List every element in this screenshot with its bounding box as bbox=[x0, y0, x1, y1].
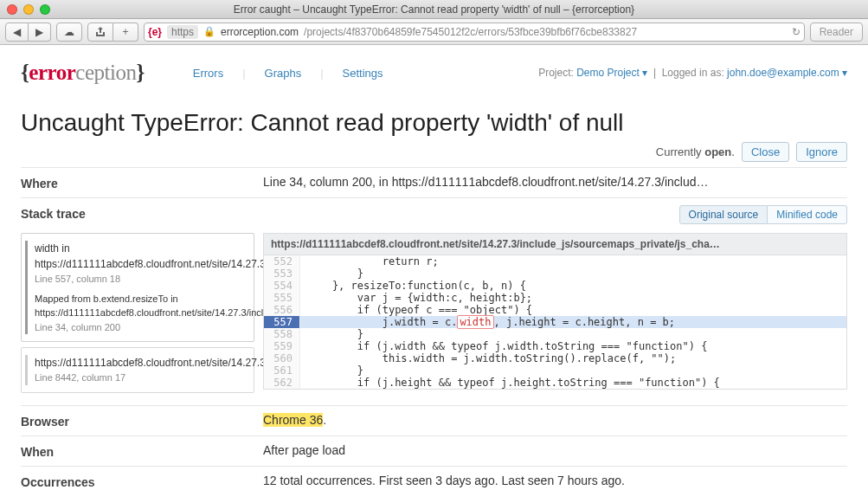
where-row: Where Line 34, column 200, in https://d1… bbox=[21, 167, 847, 197]
code-line: 558 } bbox=[264, 328, 846, 340]
error-title: Uncaught TypeError: Cannot read property… bbox=[21, 109, 847, 137]
code-line: 562 if (j.height && typeof j.height.toSt… bbox=[264, 377, 846, 389]
url-host: errorception.com bbox=[221, 26, 299, 38]
window-minimize-button[interactable] bbox=[23, 4, 34, 15]
code-line: 554 }, resizeTo:function(c, b, n) { bbox=[264, 280, 846, 292]
site-header: {errorception} Errors| Graphs| Settings … bbox=[0, 45, 868, 95]
content: Uncaught TypeError: Cannot read property… bbox=[0, 95, 868, 490]
code-line: 553 } bbox=[264, 268, 846, 280]
browser-row: Browser Chrome 36. bbox=[21, 405, 847, 435]
tab-original-source[interactable]: Original source bbox=[679, 205, 768, 224]
code-line: 557 j.width = c.width, j.height = c.heig… bbox=[264, 316, 846, 328]
back-button[interactable]: ◀ bbox=[5, 23, 29, 42]
scheme-badge: https bbox=[167, 25, 198, 39]
source-tabs: Original source Minified code bbox=[263, 205, 847, 224]
stack-row: Stack trace Original source Minified cod… bbox=[21, 197, 847, 405]
stack-frame[interactable]: https://d111111abcdef8.cloudfront.net/si… bbox=[21, 347, 254, 393]
browser-label: Browser bbox=[21, 413, 263, 429]
window-zoom-button[interactable] bbox=[40, 4, 50, 15]
close-button[interactable]: Close bbox=[742, 142, 789, 162]
code-line: 556 if (typeof c === "object") { bbox=[264, 304, 846, 316]
code-line: 560 this.width = j.width.toString().repl… bbox=[264, 352, 846, 364]
code-line: 552 return r; bbox=[264, 255, 846, 268]
source-path: https://d111111abcdef8.cloudfront.net/si… bbox=[263, 233, 847, 255]
occurrences-value: 12 total occurrences. First seen 3 days … bbox=[263, 474, 847, 487]
address-bar[interactable]: {e} https 🔒 errorception.com/projects/4f… bbox=[144, 23, 805, 42]
add-button[interactable]: ＋ bbox=[113, 23, 138, 42]
icloud-button[interactable]: ☁ bbox=[56, 23, 82, 42]
ignore-button[interactable]: Ignore bbox=[796, 142, 847, 162]
window-close-button[interactable] bbox=[7, 4, 17, 15]
where-label: Where bbox=[21, 175, 263, 190]
source-panel: https://d111111abcdef8.cloudfront.net/si… bbox=[263, 233, 847, 398]
when-value: After page load bbox=[263, 443, 847, 457]
when-label: When bbox=[21, 443, 263, 459]
where-value: Line 34, column 200, in https://d111111a… bbox=[263, 175, 847, 189]
header-right: Project: Demo Project ▾ | Logged in as: … bbox=[538, 67, 847, 79]
nav-settings[interactable]: Settings bbox=[329, 67, 397, 80]
favicon-icon: {e} bbox=[148, 26, 162, 38]
logo[interactable]: {errorception} bbox=[21, 61, 145, 85]
project-switcher[interactable]: Demo Project ▾ bbox=[576, 67, 647, 79]
status-row: Currently open. Close Ignore bbox=[21, 142, 847, 162]
user-menu[interactable]: john.doe@example.com ▾ bbox=[727, 67, 847, 79]
code-line: 561 } bbox=[264, 364, 846, 377]
occurrences-label: Occurrences bbox=[21, 474, 263, 489]
window-titlebar: Error caught – Uncaught TypeError: Canno… bbox=[0, 0, 868, 19]
occurrences-row: Occurrences 12 total occurrences. First … bbox=[21, 466, 847, 491]
lock-icon: 🔒 bbox=[203, 26, 215, 37]
code-line: 555 var j = {width:c, height:b}; bbox=[264, 292, 846, 304]
reload-icon[interactable]: ↻ bbox=[792, 26, 800, 38]
stack-frame[interactable]: width in https://d111111abcdef8.cloudfro… bbox=[21, 233, 254, 342]
stack-frames: width in https://d111111abcdef8.cloudfro… bbox=[21, 233, 254, 398]
nav-graphs[interactable]: Graphs bbox=[251, 67, 316, 80]
code-line: 559 if (j.width && typeof j.width.toStri… bbox=[264, 340, 846, 352]
forward-button[interactable]: ▶ bbox=[29, 23, 51, 42]
source-code[interactable]: 552 return r;553 }554 }, resizeTo:functi… bbox=[263, 255, 847, 390]
window-title: Error caught – Uncaught TypeError: Canno… bbox=[0, 3, 868, 16]
when-row: When After page load bbox=[21, 435, 847, 466]
nav-errors[interactable]: Errors bbox=[179, 67, 237, 80]
browser-value: Chrome 36. bbox=[263, 413, 847, 427]
browser-toolbar: ◀ ▶ ☁ ＋ {e} https 🔒 errorception.com/pro… bbox=[0, 19, 868, 45]
url-path: /projects/4f8370b64859fe7545012f2c/error… bbox=[304, 26, 637, 38]
main-nav: Errors| Graphs| Settings bbox=[179, 67, 397, 80]
reader-button[interactable]: Reader bbox=[810, 23, 863, 42]
status-text: Currently open. bbox=[656, 145, 735, 158]
share-button[interactable] bbox=[87, 23, 113, 42]
stack-label: Stack trace bbox=[21, 205, 263, 228]
tab-minified-code[interactable]: Minified code bbox=[768, 205, 847, 224]
